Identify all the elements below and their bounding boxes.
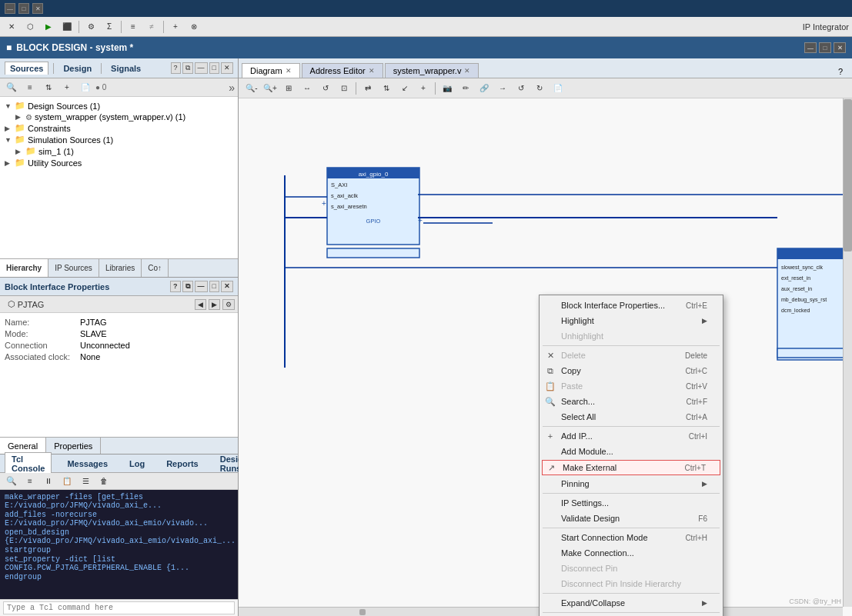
doc-icon[interactable]: 📄 xyxy=(550,81,566,96)
tcl-pause-icon[interactable]: ⏸ xyxy=(40,474,57,489)
diagram-tab[interactable]: Diagram ✕ xyxy=(242,63,300,78)
arrow-icon[interactable]: → xyxy=(494,81,511,96)
max-btn[interactable]: □ xyxy=(209,62,219,74)
ctx-select-all[interactable]: Select All Ctrl+A xyxy=(540,409,723,425)
zoom-out-icon[interactable]: 🔍- xyxy=(243,81,260,96)
bip-max-btn[interactable]: □ xyxy=(209,281,219,292)
design-sources-item[interactable]: ▼ 📁 Design Sources (1) xyxy=(3,100,235,112)
h-scroll-thumb[interactable] xyxy=(359,609,366,615)
ctx-expand-collapse[interactable]: Expand/Collapse ▶ xyxy=(540,595,723,611)
signals-tab[interactable]: Signals xyxy=(106,62,145,75)
sim1-item[interactable]: ▶ 📁 sim_1 (1) xyxy=(14,145,235,157)
float-btn[interactable]: ⧉ xyxy=(182,62,193,74)
tcl-list-icon[interactable]: ☰ xyxy=(77,474,94,489)
bip-help-btn[interactable]: ? xyxy=(170,281,181,292)
close-panel-btn[interactable]: ✕ xyxy=(221,62,233,74)
toolbar-run[interactable]: ▶ xyxy=(40,19,57,35)
bip-float-btn[interactable]: ⧉ xyxy=(182,281,193,292)
toolbar-close2[interactable]: ⊗ xyxy=(185,19,202,35)
close-btn[interactable]: ✕ xyxy=(32,3,43,14)
ctx-ip-settings[interactable]: IP Settings... xyxy=(540,495,723,511)
utility-sources-item[interactable]: ▶ 📁 Utility Sources xyxy=(3,157,235,168)
ctx-validate-design[interactable]: Validate Design F6 xyxy=(540,511,723,526)
route-icon[interactable]: ↙ xyxy=(396,81,413,96)
sources-tab[interactable]: Sources xyxy=(5,62,48,75)
tcl-copy-icon[interactable]: 📋 xyxy=(58,474,75,489)
restore-btn[interactable]: □ xyxy=(18,3,29,14)
help-side-btn[interactable]: ? xyxy=(832,65,849,78)
undo-icon[interactable]: ↺ xyxy=(513,81,530,96)
ctx-block-interface-properties[interactable]: Block Interface Properties... Ctrl+E xyxy=(540,298,723,313)
toolbar-sigma[interactable]: Σ xyxy=(101,19,118,35)
system-wrapper-close[interactable]: ✕ xyxy=(464,67,470,75)
ctx-highlight[interactable]: Highlight ▶ xyxy=(540,313,723,328)
system-wrapper-tab[interactable]: system_wrapper.v ✕ xyxy=(385,63,479,78)
v-scroll-thumb[interactable] xyxy=(844,99,852,251)
bip-close-btn[interactable]: ✕ xyxy=(221,281,233,292)
refresh-icon[interactable]: ↺ xyxy=(317,81,334,96)
toolbar-hex[interactable]: ⬡ xyxy=(22,19,38,35)
ctx-search[interactable]: 🔍 Search... Ctrl+F xyxy=(540,394,723,409)
toolbar-settings[interactable]: ⚙ xyxy=(82,19,99,35)
tcl-delete-icon[interactable]: 🗑 xyxy=(95,474,112,489)
libraries-tab[interactable]: Libraries xyxy=(99,259,142,277)
general-tab[interactable]: General xyxy=(0,438,46,454)
toolbar-stop[interactable]: ⬛ xyxy=(58,19,75,35)
filter-icon[interactable]: ⇅ xyxy=(40,80,57,95)
system-wrapper-item[interactable]: ▶ ⚙ system_wrapper (system_wrapper.v) (1… xyxy=(14,112,235,122)
screenshot-icon[interactable]: 📷 xyxy=(439,81,456,96)
app-controls[interactable]: — □ ✕ xyxy=(804,42,846,53)
window-controls[interactable]: — □ ✕ xyxy=(5,3,43,14)
reports-tab[interactable]: Reports xyxy=(160,458,205,470)
file-icon[interactable]: 📄 xyxy=(77,80,94,95)
tcl-search-icon[interactable]: 🔍 xyxy=(3,474,20,489)
toolbar-add[interactable]: + xyxy=(167,19,184,35)
collapse-icon[interactable]: » xyxy=(229,82,235,94)
flip-v-icon[interactable]: ⇅ xyxy=(378,81,395,96)
edit-icon[interactable]: ✏ xyxy=(457,81,474,96)
address-editor-tab[interactable]: Address Editor ✕ xyxy=(302,63,383,78)
bip-forward-btn[interactable]: ▶ xyxy=(209,299,220,310)
toolbar-close[interactable]: ✕ xyxy=(3,19,20,35)
toolbar-menu[interactable]: ≡ xyxy=(125,19,142,35)
rst-ps7-block[interactable]: rst_ps7_0_50M slowest_sync_clk ext_reset… xyxy=(777,248,852,360)
hierarchy-tab[interactable]: Hierarchy xyxy=(0,259,48,277)
fit-icon[interactable]: ⊞ xyxy=(280,81,297,96)
ctx-make-connection[interactable]: Make Connection... xyxy=(540,545,723,561)
flip-h-icon[interactable]: ⇄ xyxy=(359,81,376,96)
bip-min-btn[interactable]: — xyxy=(195,281,208,292)
log-tab[interactable]: Log xyxy=(123,458,151,470)
ctx-start-connection[interactable]: Start Connection Mode Ctrl+H xyxy=(540,530,723,545)
bip-back-btn[interactable]: ◀ xyxy=(195,299,206,310)
ctx-copy[interactable]: ⧉ Copy Ctrl+C xyxy=(540,363,723,378)
search-icon[interactable]: 🔍 xyxy=(3,80,20,95)
help-btn[interactable]: ? xyxy=(171,62,181,74)
tcl-console-tab[interactable]: Tcl Console xyxy=(5,452,52,474)
design-tab[interactable]: Design xyxy=(58,62,96,75)
axi-gpio-block[interactable]: axi_gpio_0 + S_AXI s_axi_aclk s_axi_ares… xyxy=(322,168,423,258)
ctx-make-external[interactable]: ↗ Make External Ctrl+T xyxy=(542,460,720,475)
address-editor-close[interactable]: ✕ xyxy=(369,67,375,75)
connect-icon[interactable]: 🔗 xyxy=(476,81,493,96)
tcl-input[interactable] xyxy=(3,601,235,614)
zoom-100-icon[interactable]: ↔ xyxy=(299,81,316,96)
add-diagram-icon[interactable]: + xyxy=(415,81,432,96)
toolbar-neq[interactable]: ≠ xyxy=(143,19,160,35)
zoom-in-icon[interactable]: 🔍+ xyxy=(262,81,279,96)
ctx-add-ip[interactable]: + Add IP... Ctrl+I xyxy=(540,428,723,444)
properties-tab[interactable]: Properties xyxy=(46,438,101,454)
app-max-btn[interactable]: □ xyxy=(819,42,831,53)
app-close-btn[interactable]: ✕ xyxy=(834,42,846,53)
diagram-tab-close[interactable]: ✕ xyxy=(286,67,292,75)
add-icon[interactable]: + xyxy=(58,80,75,95)
redo-icon[interactable]: ↻ xyxy=(531,81,548,96)
min-btn[interactable]: — xyxy=(195,62,208,74)
app-min-btn[interactable]: — xyxy=(804,42,817,53)
sim-sources-item[interactable]: ▼ 📁 Simulation Sources (1) xyxy=(3,134,235,145)
ip-sources-tab[interactable]: IP Sources xyxy=(48,259,99,277)
bip-settings-icon[interactable]: ⚙ xyxy=(222,299,235,310)
minimize-btn[interactable]: — xyxy=(5,3,15,14)
sort-icon[interactable]: ≡ xyxy=(22,80,38,95)
tcl-sort-icon[interactable]: ≡ xyxy=(22,474,38,489)
v-scrollbar[interactable] xyxy=(843,98,852,607)
